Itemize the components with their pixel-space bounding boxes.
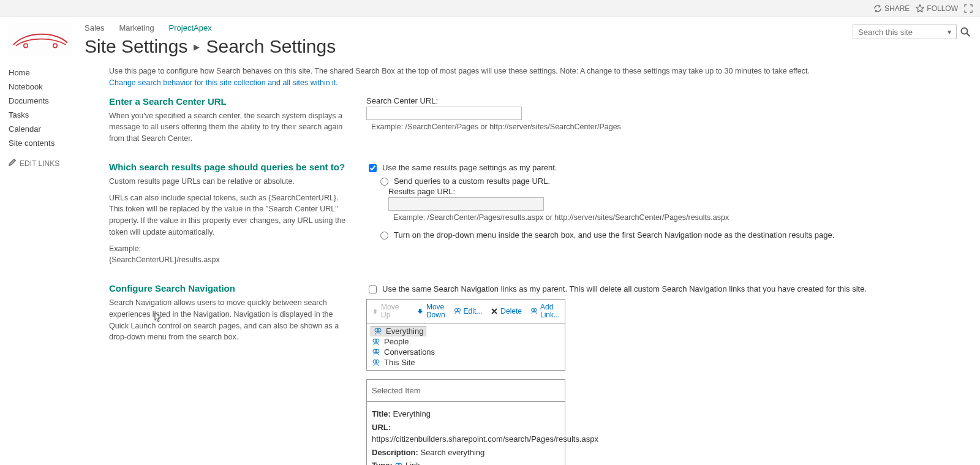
- quick-launch: Home Notebook Documents Tasks Calendar S…: [0, 66, 98, 168]
- selected-item-header: Selected Item: [366, 379, 565, 401]
- topnav-marketing[interactable]: Marketing: [119, 23, 154, 32]
- use-parent-nav-checkbox[interactable]: [369, 285, 377, 293]
- section2-desc1: Custom results page URLs can be relative…: [109, 176, 354, 187]
- moveup-button: Move Up: [369, 302, 410, 320]
- section3-title: Configure Search Navigation: [109, 283, 354, 293]
- leftnav-calendar[interactable]: Calendar: [9, 122, 98, 136]
- leftnav-notebook[interactable]: Notebook: [9, 80, 98, 94]
- breadcrumb-sep-icon: ▸: [194, 39, 200, 54]
- link-icon: [372, 358, 380, 367]
- custom-results-radio[interactable]: [380, 178, 388, 186]
- topnav-sales[interactable]: Sales: [85, 23, 105, 32]
- section1-desc: When you've specified a search center, t…: [109, 110, 354, 145]
- edit-links[interactable]: EDIT LINKS: [9, 159, 98, 168]
- intro-link[interactable]: Change search behavior for this site col…: [109, 78, 338, 87]
- focus-action[interactable]: [964, 4, 973, 13]
- section2-desc2: URLs can also include special tokens, su…: [109, 192, 354, 238]
- site-search-box[interactable]: ▼: [853, 25, 957, 39]
- link-icon: [394, 462, 403, 465]
- nav-editor: Move Up Move Down Edit... Delete: [366, 299, 565, 371]
- use-parent-results-label: Use the same results page settings as my…: [382, 163, 557, 172]
- share-label: SHARE: [884, 4, 910, 13]
- suite-bar: SHARE FOLLOW: [0, 0, 980, 17]
- follow-label: FOLLOW: [927, 4, 958, 13]
- content-area: Use this page to configure how Search be…: [98, 66, 980, 465]
- results-page-url-example: Example: /SearchCenter/Pages/results.asp…: [388, 213, 956, 222]
- svg-point-13: [375, 349, 379, 353]
- nav-list: Everything People Conversations Thi: [367, 323, 565, 370]
- use-parent-results-checkbox[interactable]: [369, 164, 377, 172]
- link-icon: [374, 327, 382, 336]
- search-center-url-example: Example: /SearchCenter/Pages or http://s…: [366, 123, 956, 131]
- top-nav: Sales Marketing ProjectApex: [74, 23, 853, 32]
- search-center-url-label: Search Center URL:: [366, 96, 956, 105]
- svg-line-3: [967, 34, 970, 37]
- link-icon: [372, 338, 380, 346]
- search-icon[interactable]: [960, 27, 970, 37]
- results-page-url-label: Results page URL:: [388, 187, 956, 196]
- nav-toolbar: Move Up Move Down Edit... Delete: [367, 300, 565, 323]
- breadcrumb-current: Search Settings: [206, 36, 336, 57]
- section2-desc3: Example:{SearchCenterURL}/results.aspx: [109, 243, 354, 267]
- dropdown-results-radio[interactable]: [380, 232, 388, 240]
- leftnav-home[interactable]: Home: [9, 66, 98, 80]
- dropdown-results-label: Turn on the drop-down menu inside the se…: [394, 230, 834, 240]
- sync-action[interactable]: SHARE: [873, 4, 910, 13]
- search-dropdown-icon[interactable]: ▼: [946, 29, 952, 36]
- leftnav-documents[interactable]: Documents: [9, 94, 98, 108]
- follow-action[interactable]: FOLLOW: [916, 4, 958, 13]
- intro-text: Use this page to configure how Search be…: [109, 66, 956, 89]
- site-logo[interactable]: [9, 23, 72, 56]
- topnav-projectapex[interactable]: ProjectApex: [169, 23, 212, 32]
- movedown-button[interactable]: Move Down: [414, 302, 448, 320]
- site-logo-cell: [0, 17, 74, 56]
- section3-desc: Search Navigation allows users to move q…: [109, 297, 354, 343]
- focus-icon: [964, 4, 973, 13]
- svg-point-9: [377, 328, 381, 332]
- results-page-url-input: [388, 197, 544, 211]
- delete-nav-button[interactable]: Delete: [488, 306, 524, 317]
- sync-icon: [873, 4, 882, 13]
- link-icon: [372, 348, 380, 357]
- use-parent-nav-label: Use the same Search Navigation links as …: [382, 284, 867, 293]
- section1-title: Enter a Search Center URL: [109, 96, 354, 107]
- breadcrumb-parent[interactable]: Site Settings: [85, 36, 187, 57]
- edit-nav-button[interactable]: Edit...: [451, 306, 485, 317]
- edit-links-label: EDIT LINKS: [20, 159, 59, 168]
- svg-point-15: [375, 360, 379, 363]
- nav-item-thissite[interactable]: This Site: [371, 357, 561, 368]
- search-input[interactable]: [857, 27, 937, 37]
- nav-item-people[interactable]: People: [371, 336, 561, 347]
- section2-title: Which search results page should queries…: [109, 162, 354, 172]
- leftnav-tasks[interactable]: Tasks: [9, 108, 98, 122]
- svg-point-11: [375, 339, 379, 342]
- svg-point-2: [962, 28, 968, 34]
- svg-point-0: [24, 43, 28, 47]
- addlink-button[interactable]: Add Link...: [528, 302, 562, 320]
- star-icon: [916, 4, 924, 13]
- nav-item-conversations[interactable]: Conversations: [371, 347, 561, 357]
- pencil-icon: [9, 159, 16, 168]
- svg-point-1: [53, 43, 57, 47]
- custom-results-label: Send queries to a custom results page UR…: [394, 176, 550, 186]
- page-title: Site Settings ▸ Search Settings: [74, 36, 853, 57]
- selected-item-panel: Title: Everything URL:https://citizenbui…: [366, 401, 565, 465]
- search-center-url-input[interactable]: [366, 107, 522, 120]
- nav-item-everything[interactable]: Everything: [371, 326, 426, 336]
- leftnav-sitecontents[interactable]: Site contents: [9, 136, 98, 150]
